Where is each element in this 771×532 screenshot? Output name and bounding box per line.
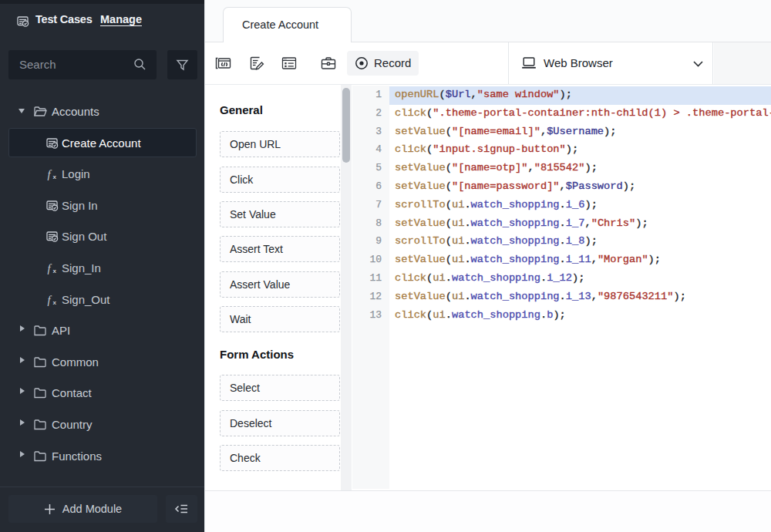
svg-text:x: x — [53, 299, 57, 306]
svg-text:f: f — [48, 294, 52, 306]
svg-text:x: x — [53, 268, 57, 274]
svg-text:f: f — [48, 168, 52, 180]
svg-text:f: f — [48, 262, 52, 274]
svg-text:x: x — [53, 173, 57, 180]
